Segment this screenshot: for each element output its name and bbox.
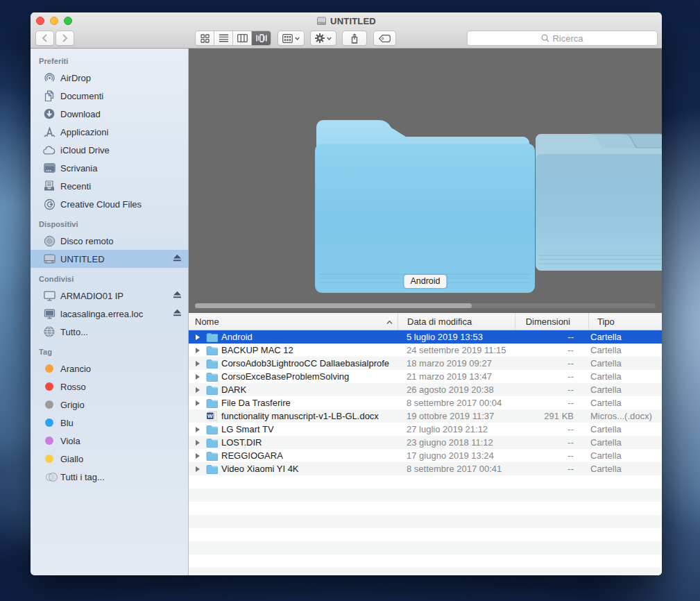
column-view-button[interactable] (233, 31, 252, 45)
chevron-down-icon (295, 37, 300, 40)
column-header-type[interactable]: Tipo (588, 313, 662, 330)
sidebar-item-creative-cloud[interactable]: Creative Cloud Files (31, 195, 188, 213)
sidebar-item-remote-disc[interactable]: Disco remoto (31, 232, 188, 250)
file-row-folder[interactable]: REGGIOGARA17 giugno 2019 13:24--Cartella (189, 449, 662, 462)
disclosure-triangle-icon[interactable] (196, 361, 200, 366)
sidebar-item-airdrop[interactable]: AirDrop (31, 69, 188, 87)
sidebar-item-label: Grigio (60, 400, 85, 410)
coverflow-selected-folder[interactable] (315, 119, 535, 294)
action-button[interactable] (310, 31, 336, 46)
file-row-folder[interactable]: File Da Trasferire8 settembre 2017 00:04… (189, 396, 662, 409)
sidebar-item-label: Viola (60, 436, 80, 446)
folder-icon (206, 437, 218, 448)
coverflow-next-stack[interactable] (536, 133, 662, 272)
sidebar-section-favorites: Preferiti (31, 53, 188, 69)
sidebar-item-label: Giallo (60, 454, 83, 464)
empty-row (189, 515, 662, 528)
file-row-folder[interactable]: Android5 luglio 2019 13:53--Cartella (189, 330, 662, 344)
sidebar-item-tag-grigio[interactable]: Grigio (31, 396, 188, 414)
column-header-size[interactable]: Dimensioni (515, 313, 588, 330)
file-row-folder[interactable]: Video Xiaomi YI 4K8 settembre 2017 00:41… (189, 462, 662, 475)
title-bar[interactable]: UNTITLED (31, 12, 662, 29)
forward-button[interactable] (56, 31, 74, 46)
disclosure-triangle-icon[interactable] (196, 387, 200, 393)
list-view-button[interactable] (214, 31, 233, 45)
disclosure-triangle-icon[interactable] (196, 400, 200, 406)
column-header-date[interactable]: Data di modifica (398, 313, 515, 330)
file-size: -- (515, 371, 588, 382)
sidebar-item-label: Tutto... (60, 327, 88, 337)
sidebar-item-all-tags[interactable]: Tutti i tag... (31, 468, 188, 486)
icloud-icon (43, 144, 56, 156)
coverflow-scrollbar-thumb[interactable] (195, 303, 472, 308)
disclosure-triangle-icon[interactable] (196, 440, 200, 446)
sidebar-item-tag-viola[interactable]: Viola (31, 432, 188, 450)
word-document-icon: W (206, 411, 218, 421)
sidebar-item-tag-arancio[interactable]: Arancio (31, 359, 188, 378)
coverflow-view-button[interactable] (252, 31, 271, 45)
sidebar-section-shared: Condivisi (31, 271, 188, 287)
file-row-folder[interactable]: DARK26 agosto 2019 20:38--Cartella (189, 383, 662, 396)
file-name: functionality manuscript-v1-LB-GL.docx (221, 411, 379, 421)
disclosure-triangle-icon[interactable] (196, 374, 200, 380)
display-dark-icon (43, 307, 56, 320)
file-date: 8 settembre 2017 00:41 (398, 464, 515, 474)
file-row-folder[interactable]: BACKUP MAC 1224 settembre 2019 11:15--Ca… (189, 344, 662, 357)
empty-row (189, 502, 662, 515)
disclosure-triangle-icon[interactable] (196, 453, 200, 459)
list-view-icon (219, 34, 228, 42)
sidebar-item-untitled[interactable]: UNTITLED (31, 250, 188, 268)
finder-window: UNTITLED (31, 12, 662, 575)
sidebar-item-label: Disco remoto (60, 236, 114, 246)
file-row-folder[interactable]: CorsoExceBaseProblemSolving21 marzo 2019… (189, 370, 662, 383)
coverflow-area[interactable]: Android (189, 49, 662, 313)
empty-row (189, 555, 662, 568)
tag-button[interactable] (373, 31, 396, 46)
file-name: File Da Trasferire (221, 398, 291, 408)
sidebar-item-tag-blu[interactable]: Blu (31, 414, 188, 432)
file-row-folder[interactable]: LG Smart TV27 luglio 2019 21:12--Cartell… (189, 423, 662, 436)
sidebar-item-downloads[interactable]: Download (31, 105, 188, 123)
search-field[interactable]: Ricerca (467, 31, 658, 46)
disclosure-triangle-icon[interactable] (196, 335, 200, 340)
search-icon (541, 34, 549, 42)
sidebar-item-icloud[interactable]: iCloud Drive (31, 141, 188, 159)
sidebar-item-recents[interactable]: Recenti (31, 177, 188, 195)
disclosure-triangle-icon[interactable] (196, 348, 200, 353)
sidebar-item-applications[interactable]: Applicazioni (31, 123, 188, 141)
file-row-document[interactable]: Wfunctionality manuscript-v1-LB-GL.docx1… (189, 409, 662, 423)
disclosure-triangle-icon[interactable] (196, 427, 200, 432)
back-button[interactable] (35, 31, 54, 46)
tag-color-dot (45, 418, 53, 427)
icon-view-icon (200, 34, 210, 43)
sidebar-item-documents[interactable]: Documenti (31, 87, 188, 105)
group-by-icon (282, 34, 293, 43)
folder-icon (206, 424, 218, 434)
group-by-button[interactable] (278, 31, 305, 46)
file-date: 8 settembre 2017 00:04 (398, 398, 515, 408)
eject-icon[interactable] (173, 254, 182, 264)
file-size: -- (515, 358, 588, 369)
share-button[interactable] (342, 31, 367, 46)
sidebar-item-desktop[interactable]: Scrivania (31, 159, 188, 177)
column-header-name[interactable]: Nome (189, 313, 398, 330)
sidebar-section-tags: Tag (31, 344, 188, 359)
sidebar-item-armadio01[interactable]: ARMADIO01 IP (31, 287, 188, 305)
file-type: Cartella (588, 345, 662, 355)
file-row-folder[interactable]: LOST.DIR23 giugno 2018 11:12--Cartella (189, 436, 662, 449)
eject-icon[interactable] (173, 291, 182, 301)
eject-icon[interactable] (173, 309, 182, 319)
file-type: Cartella (588, 424, 662, 434)
external-drive-icon (43, 253, 56, 265)
file-size: -- (515, 398, 588, 408)
file-date: 27 luglio 2019 21:12 (398, 424, 515, 434)
sidebar-item-tag-giallo[interactable]: Giallo (31, 450, 188, 468)
sidebar-item-tag-rosso[interactable]: Rosso (31, 378, 188, 396)
icon-view-button[interactable] (196, 31, 214, 45)
file-name: CorsoAdob3LightrooCC Dallaebasialprofe (221, 358, 389, 369)
documents-icon (43, 90, 56, 102)
sidebar-item-lacasalinga[interactable]: lacasalinga.errea.loc (31, 305, 188, 323)
disclosure-triangle-icon[interactable] (196, 466, 200, 472)
file-row-folder[interactable]: CorsoAdob3LightrooCC Dallaebasialprofe18… (189, 357, 662, 370)
sidebar-item-tutto[interactable]: Tutto... (31, 323, 188, 341)
